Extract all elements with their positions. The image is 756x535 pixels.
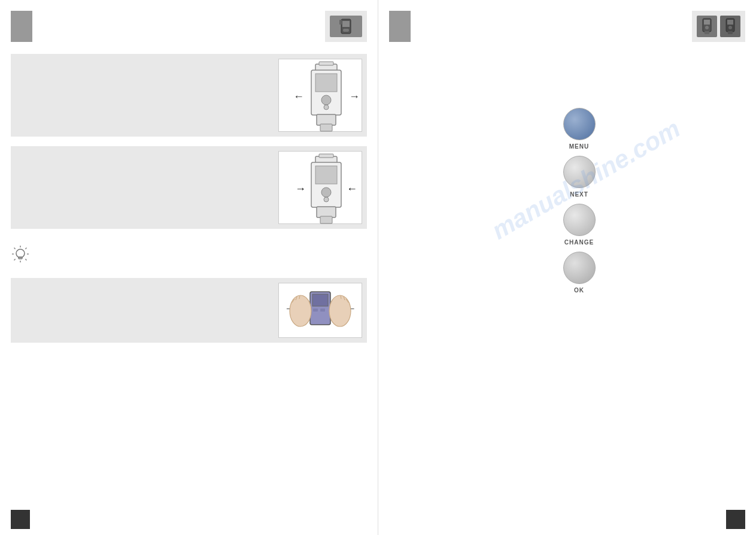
- svg-rect-49: [704, 20, 710, 25]
- left-page-num: [11, 11, 32, 42]
- change-button-label: CHANGE: [564, 239, 594, 246]
- instruction-box-2: → ←: [11, 146, 367, 229]
- left-header-device-icon: [330, 16, 362, 37]
- left-header-bar: [11, 11, 367, 42]
- instruction-image-1: ← →: [278, 59, 362, 132]
- svg-rect-53: [727, 20, 733, 25]
- svg-point-44: [329, 295, 351, 327]
- svg-rect-22: [317, 207, 336, 217]
- svg-rect-23: [320, 216, 332, 223]
- svg-line-31: [14, 259, 16, 260]
- svg-rect-12: [317, 114, 336, 125]
- svg-point-32: [16, 249, 25, 258]
- svg-rect-38: [313, 309, 318, 312]
- lightbulb-icon: [11, 244, 30, 266]
- next-button-group: NEXT: [563, 156, 596, 198]
- svg-point-40: [290, 295, 311, 327]
- svg-text:→: →: [349, 90, 360, 102]
- right-header-bar: [389, 11, 745, 42]
- svg-rect-51: [705, 31, 709, 34]
- left-content-area: ← →: [0, 42, 378, 364]
- svg-rect-17: [319, 154, 333, 158]
- svg-rect-1: [342, 21, 350, 27]
- instruction-text-1: [11, 86, 274, 104]
- right-page-num: [389, 11, 411, 42]
- right-header-icon-2: [720, 16, 740, 37]
- instruction-box-1: ← →: [11, 54, 367, 137]
- svg-rect-39: [320, 309, 325, 312]
- right-page: manualshine.com MENU NEXT: [378, 0, 756, 535]
- instruction-box-3: → ←: [11, 278, 367, 343]
- svg-rect-9: [315, 74, 337, 92]
- device-illustration-1: ← →: [290, 59, 350, 131]
- svg-text:→: →: [295, 183, 306, 195]
- right-page-badge: [726, 510, 745, 529]
- svg-point-20: [321, 188, 331, 197]
- buttons-section: MENU NEXT CHANGE OK: [402, 60, 732, 300]
- change-button[interactable]: [563, 204, 596, 236]
- right-header-icon-1: [697, 16, 717, 37]
- menu-button-group: MENU: [563, 108, 596, 150]
- ok-button-label: OK: [574, 287, 584, 294]
- svg-line-29: [25, 259, 26, 260]
- left-page-badge: [11, 510, 30, 529]
- ok-button[interactable]: [563, 252, 596, 284]
- right-header-content: [411, 11, 692, 42]
- svg-rect-2: [343, 29, 349, 32]
- next-button[interactable]: [563, 156, 596, 188]
- svg-line-30: [25, 248, 26, 249]
- svg-rect-37: [312, 294, 328, 306]
- svg-rect-7: [319, 62, 333, 65]
- svg-point-11: [324, 105, 329, 110]
- page-container: ← →: [0, 0, 756, 535]
- svg-rect-19: [315, 166, 337, 184]
- next-button-label: NEXT: [570, 191, 588, 198]
- svg-text:←: ←: [347, 183, 357, 195]
- right-content-area: manualshine.com MENU NEXT: [378, 42, 756, 318]
- instruction-text-3: [11, 301, 274, 319]
- left-header-content: [32, 11, 325, 42]
- svg-line-28: [14, 248, 16, 249]
- svg-point-21: [324, 197, 329, 202]
- right-header-icons: [692, 11, 745, 42]
- menu-button[interactable]: [563, 108, 596, 140]
- svg-rect-13: [320, 124, 332, 131]
- svg-rect-3: [339, 20, 342, 25]
- left-page: ← →: [0, 0, 378, 535]
- instruction-image-2: → ←: [278, 151, 362, 224]
- instruction-text-2: [11, 179, 274, 197]
- device-illustration-2: → ←: [290, 152, 350, 223]
- ok-button-group: OK: [563, 252, 596, 294]
- tip-section: [11, 238, 367, 271]
- svg-text:←: ←: [293, 90, 304, 102]
- left-header-icons: [325, 11, 367, 42]
- svg-point-10: [321, 95, 331, 105]
- menu-button-label: MENU: [569, 143, 589, 150]
- svg-rect-55: [728, 31, 733, 34]
- instruction-image-3: → ←: [278, 283, 362, 338]
- svg-point-54: [728, 26, 732, 29]
- change-button-group: CHANGE: [563, 204, 596, 246]
- svg-point-50: [705, 26, 709, 29]
